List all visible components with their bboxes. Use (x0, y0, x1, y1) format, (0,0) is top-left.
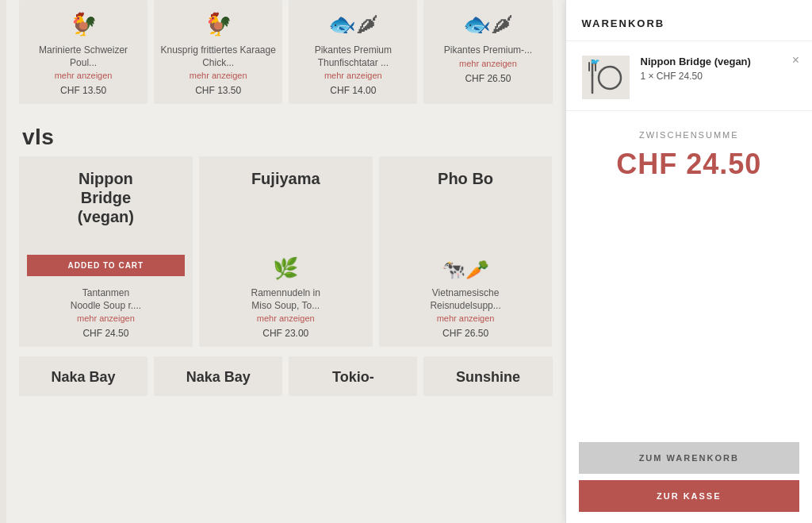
chicken-icon-1: 🐓 (70, 8, 98, 40)
cart-subtotal: ZWISCHENSUMME CHF 24.50 (566, 111, 813, 189)
product-price-nippon: CHF 24.50 (82, 328, 128, 339)
product-card-1: 🐓 Marinierte Schweizer Poul... mehr anze… (19, 0, 147, 104)
partial-left-card (0, 0, 6, 523)
cow-carrot-icon: 🐄🥕 (442, 259, 489, 281)
cart-item-remove-button[interactable]: × (792, 54, 799, 67)
cart-sidebar: WARENKORB 🐦 Nippon Bridge (vegan) 1 × CH… (565, 0, 813, 523)
fish-icon-1: 🐟🌶 (328, 8, 378, 40)
product-card-fujiyama: Fujiyama 🌿 Ramennudeln inMiso Soup, To..… (199, 156, 373, 347)
mehr-anzeigen-fujiyama[interactable]: mehr anzeigen (257, 313, 315, 323)
product-large-name-sunshine: Sunshine (456, 369, 520, 386)
product-card-nippon: NipponBridge(vegan) ADDED TO CART Tantan… (19, 156, 193, 347)
svg-point-0 (599, 67, 621, 89)
cart-actions: ZUM WARENKORB ZUR KASSE (566, 431, 813, 523)
chicken-icon-2: 🐓 (205, 8, 232, 40)
product-subname-nippon: TantanmenNoodle Soup r.... (71, 287, 141, 312)
mehr-anzeigen-1[interactable]: mehr anzeigen (55, 71, 113, 80)
product-price-4: CHF 26.50 (465, 73, 511, 84)
product-large-name-fujiyama: Fujiyama (251, 169, 320, 188)
mehr-anzeigen-nippon[interactable]: mehr anzeigen (77, 313, 135, 323)
product-price-3: CHF 14.00 (330, 85, 376, 96)
product-card-phobo: Pho Bo 🐄🥕 VietnamesischeReisnudelsupp...… (379, 156, 553, 347)
product-card-nakabay2: Naka Bay (154, 356, 282, 396)
product-name-4: Pikantes Premium-... (444, 44, 532, 57)
zur-kasse-button[interactable]: ZUR KASSE (579, 480, 800, 512)
product-card-sunshine: Sunshine (423, 356, 552, 396)
mehr-anzeigen-4[interactable]: mehr anzeigen (459, 59, 517, 68)
product-subname-fujiyama: Ramennudeln inMiso Soup, To... (251, 287, 320, 312)
section-label-vls: vls (14, 110, 557, 156)
subtotal-amount: CHF 24.50 (582, 148, 797, 181)
product-card-4: 🐟🌶 Pikantes Premium-... mehr anzeigen CH… (423, 0, 552, 104)
middle-product-row: NipponBridge(vegan) ADDED TO CART Tantan… (14, 156, 557, 353)
cart-item-image: 🐦 (582, 56, 630, 99)
top-product-row: 🐓 Marinierte Schweizer Poul... mehr anze… (14, 0, 557, 110)
cart-title: WARENKORB (582, 17, 797, 29)
product-card-2: 🐓 Knusprig frittiertes Karaage Chick... … (154, 0, 282, 104)
product-price-fujiyama: CHF 23.00 (262, 328, 308, 339)
subtotal-label: ZWISCHENSUMME (582, 130, 797, 140)
product-large-name-nakabay2: Naka Bay (186, 369, 251, 386)
product-price-phobo: CHF 26.50 (442, 328, 488, 339)
added-to-cart-button[interactable]: ADDED TO CART (27, 255, 185, 276)
product-price-2: CHF 13.50 (195, 85, 241, 96)
leaf-icon: 🌿 (273, 256, 298, 281)
mehr-anzeigen-phobo[interactable]: mehr anzeigen (437, 313, 495, 323)
zum-warenkorb-button[interactable]: ZUM WARENKORB (579, 442, 800, 474)
product-price-1: CHF 13.50 (60, 85, 106, 96)
product-card-tokio: Tokio- (289, 356, 417, 396)
product-grid: 🐓 Marinierte Schweizer Poul... mehr anze… (6, 0, 565, 523)
product-name-2: Knusprig frittiertes Karaage Chick... (160, 44, 276, 69)
cart-item-qty-price: 1 × CHF 24.50 (641, 71, 797, 82)
mehr-anzeigen-3[interactable]: mehr anzeigen (324, 71, 382, 80)
cart-item-name: Nippon Bridge (vegan) (641, 56, 797, 67)
product-subname-phobo: VietnamesischeReisnudelsupp... (430, 287, 500, 312)
plate-fork-icon: 🐦 (586, 60, 626, 96)
product-large-name-nippon: NipponBridge(vegan) (78, 169, 134, 226)
cart-item: 🐦 Nippon Bridge (vegan) 1 × CHF 24.50 × (566, 41, 813, 111)
product-name-3: Pikantes Premium Thunfischtatar ... (295, 44, 411, 69)
bottom-product-row: Naka Bay Naka Bay Tokio- Sunshine (14, 353, 557, 402)
fish-icon-2: 🐟🌶 (463, 8, 513, 40)
cart-header: WARENKORB (566, 0, 813, 41)
product-large-name-tokio: Tokio- (332, 369, 374, 386)
cart-item-details: Nippon Bridge (vegan) 1 × CHF 24.50 (641, 56, 797, 82)
product-card-3: 🐟🌶 Pikantes Premium Thunfischtatar ... m… (289, 0, 417, 104)
mehr-anzeigen-2[interactable]: mehr anzeigen (190, 71, 247, 80)
product-large-name-phobo: Pho Bo (438, 169, 493, 188)
product-card-nakabay1: Naka Bay (19, 356, 147, 396)
product-name-1: Marinierte Schweizer Poul... (25, 44, 141, 69)
product-large-name-nakabay1: Naka Bay (52, 369, 116, 386)
svg-text:🐦: 🐦 (590, 60, 600, 67)
